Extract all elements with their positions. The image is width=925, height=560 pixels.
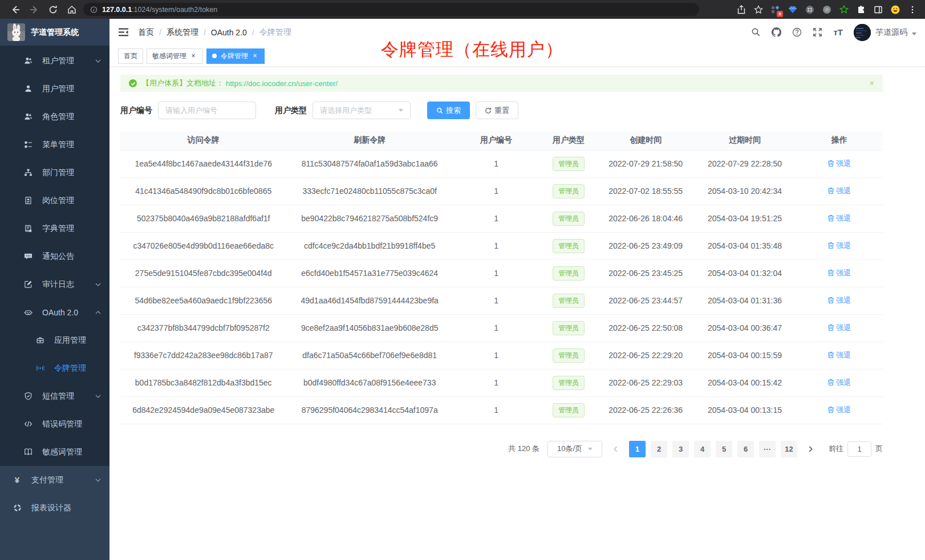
- sidebar-item-tenant[interactable]: 租户管理: [0, 47, 109, 75]
- browser-menu-icon[interactable]: [907, 5, 917, 14]
- page-button-5[interactable]: 5: [716, 441, 732, 457]
- sidebar-item-oauth-app[interactable]: 应用管理: [0, 326, 109, 354]
- access-token-cell: 6d842e2924594de9a09e45e087323abe: [120, 396, 286, 424]
- page-button-1[interactable]: 1: [629, 441, 646, 457]
- sidebar-item-role[interactable]: 角色管理: [0, 103, 109, 131]
- actions-cell: 强退: [796, 205, 883, 232]
- force-logout-button[interactable]: 强退: [827, 213, 851, 224]
- fullscreen-icon[interactable]: [813, 27, 822, 37]
- reload-icon[interactable]: [48, 5, 58, 14]
- help-icon[interactable]: [792, 27, 802, 37]
- table-row: c347026e805e4d99b0d116eae66eda8c cdfc4ce…: [120, 232, 883, 259]
- extension-gem-icon[interactable]: [788, 5, 797, 14]
- alert-close-icon[interactable]: ×: [870, 79, 874, 88]
- force-logout-button[interactable]: 强退: [827, 295, 851, 306]
- extensions-puzzle-icon[interactable]: [856, 5, 866, 14]
- breadcrumb-system[interactable]: 系统管理: [167, 27, 198, 38]
- extension-command-icon[interactable]: [805, 5, 814, 14]
- actions-cell: 强退: [796, 314, 883, 342]
- sidebar-item-sms[interactable]: 短信管理: [0, 382, 109, 410]
- expires-cell: 2054-03-04 00:15:59: [693, 342, 796, 369]
- home-icon[interactable]: [67, 5, 76, 14]
- forward-icon[interactable]: [29, 5, 39, 14]
- force-logout-label: 强退: [836, 186, 851, 196]
- force-logout-button[interactable]: 强退: [827, 323, 851, 333]
- sidebar-item-menu[interactable]: 菜单管理: [0, 131, 109, 159]
- tab-home[interactable]: 首页: [118, 48, 143, 64]
- force-logout-button[interactable]: 强退: [827, 378, 851, 388]
- sidebar-item-oauth[interactable]: OAuth 2.0: [0, 298, 109, 326]
- sidebar-item-sensitive[interactable]: 敏感词管理: [0, 438, 109, 466]
- breadcrumb-home[interactable]: 首页: [138, 27, 154, 38]
- force-logout-button[interactable]: 强退: [827, 241, 851, 251]
- table-header-row: 访问令牌 刷新令牌 用户编号 用户类型 创建时间 过期时间 操作: [120, 131, 883, 150]
- user-id-cell: 1: [453, 396, 539, 424]
- user-id-cell: 1: [453, 232, 539, 259]
- font-size-icon[interactable]: тT: [833, 27, 843, 37]
- user-id-input[interactable]: [158, 102, 256, 119]
- force-logout-button[interactable]: 强退: [827, 159, 851, 169]
- extension-dot-icon[interactable]: [822, 5, 831, 14]
- sidebar-item-pay[interactable]: ¥ 支付管理: [0, 466, 109, 494]
- page-button-12[interactable]: 12: [781, 441, 797, 457]
- force-logout-button[interactable]: 强退: [827, 405, 851, 415]
- page-button-2[interactable]: 2: [651, 441, 667, 457]
- admin-tag: 管理员: [553, 184, 585, 198]
- user-type-cell: 管理员: [539, 396, 598, 424]
- page-size-select[interactable]: 10条/页: [547, 441, 602, 457]
- search-icon[interactable]: [751, 27, 761, 37]
- tab-token-management[interactable]: 令牌管理×: [206, 48, 265, 64]
- search-button[interactable]: 搜索: [427, 102, 470, 119]
- profile-avatar-emoji[interactable]: [890, 5, 900, 14]
- prev-page-button[interactable]: [607, 441, 624, 457]
- access-token-cell: 1ea5e44f8bc1467aaede43144f31de76: [120, 150, 286, 177]
- chevron-down-icon: [95, 477, 101, 483]
- page-button-6[interactable]: 6: [737, 441, 754, 457]
- user-id-label: 用户编号: [120, 105, 152, 116]
- share-icon[interactable]: [736, 5, 746, 14]
- sidebar-item-oauth-token[interactable]: 令牌管理: [0, 354, 109, 382]
- page-button-3[interactable]: 3: [672, 441, 689, 457]
- sidebar-item-post[interactable]: 岗位管理: [0, 186, 109, 214]
- goto-label: 前往: [829, 444, 843, 454]
- page-button-4[interactable]: 4: [694, 441, 711, 457]
- github-icon[interactable]: [772, 27, 781, 37]
- tab-sensitive-words[interactable]: 敏感词管理×: [147, 48, 203, 64]
- sidebar-item-user[interactable]: 用户管理: [0, 75, 109, 103]
- created-cell: 2022-06-25 22:29:03: [598, 369, 693, 396]
- extension-tag-manager-icon[interactable]: 9: [770, 5, 780, 14]
- force-logout-button[interactable]: 强退: [827, 268, 851, 278]
- breadcrumb-oauth[interactable]: OAuth 2.0: [211, 28, 247, 37]
- close-icon[interactable]: ×: [189, 52, 197, 60]
- close-icon[interactable]: ×: [251, 52, 259, 60]
- col-actions: 操作: [796, 131, 883, 150]
- sidebar-item-dict[interactable]: 字典管理: [0, 214, 109, 242]
- force-logout-button[interactable]: 强退: [827, 186, 851, 196]
- logo-row[interactable]: 芋道管理系统: [0, 19, 109, 46]
- reset-button[interactable]: 重置: [476, 102, 518, 119]
- site-info-icon[interactable]: [90, 5, 98, 14]
- sidebar-item-errorcode[interactable]: 错误码管理: [0, 410, 109, 438]
- sidebar-collapse-icon[interactable]: [118, 27, 129, 38]
- user-type-select[interactable]: 请选择用户类型: [313, 102, 411, 119]
- sidebar-item-dept[interactable]: 部门管理: [0, 159, 109, 186]
- actions-cell: 强退: [796, 150, 883, 177]
- goto-page-input[interactable]: [847, 441, 871, 457]
- extension-star-icon[interactable]: [839, 5, 849, 14]
- address-bar[interactable]: 127.0.0.1:1024/system/oauth2/token: [83, 3, 699, 16]
- side-panel-icon[interactable]: [873, 5, 883, 14]
- force-logout-button[interactable]: 强退: [827, 350, 851, 360]
- sidebar-item-audit[interactable]: 审计日志: [0, 270, 109, 298]
- sidebar-item-label: 错误码管理: [42, 419, 82, 429]
- breadcrumb-separator: /: [159, 28, 161, 37]
- user-menu[interactable]: 芋道源码: [854, 24, 916, 41]
- sidebar-item-notice[interactable]: 通知公告: [0, 242, 109, 270]
- page-ellipsis[interactable]: ···: [759, 441, 776, 457]
- next-page-button[interactable]: [802, 441, 819, 457]
- bookmark-star-icon[interactable]: [753, 5, 763, 14]
- sidebar-item-report[interactable]: 报表设计器: [0, 494, 109, 522]
- actions-cell: 强退: [796, 369, 883, 396]
- back-icon[interactable]: [10, 5, 20, 14]
- expires-cell: 2054-03-04 01:35:48: [693, 232, 796, 259]
- doc-link[interactable]: https://doc.iocoder.cn/user-center/: [226, 79, 338, 88]
